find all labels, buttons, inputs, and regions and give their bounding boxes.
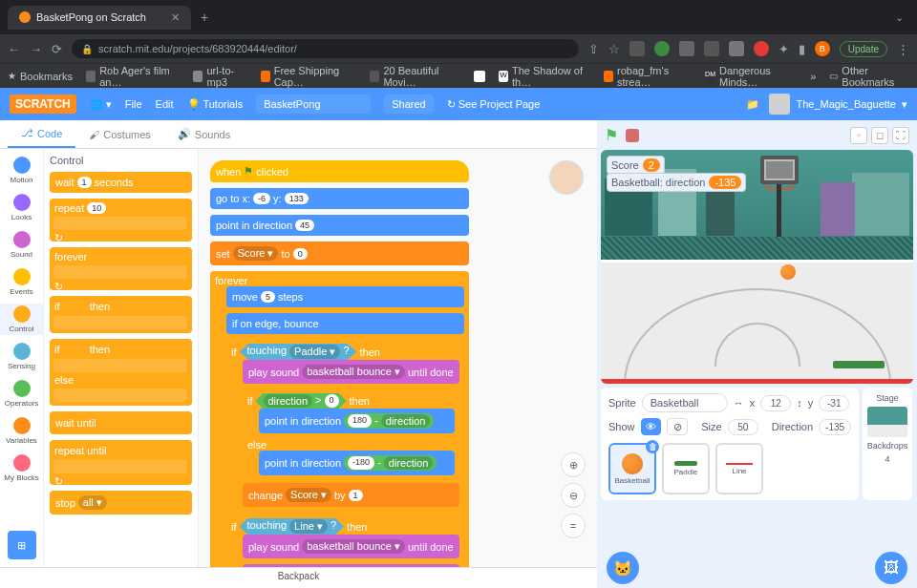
bookmark-item[interactable]: Free Shipping Cap… (261, 65, 357, 88)
file-menu[interactable]: File (125, 98, 142, 110)
bookmark-item[interactable]: WThe Shadow of th… (499, 65, 590, 88)
block-if-else[interactable]: if thenelse (50, 339, 192, 406)
show-sprite-button[interactable]: 👁 (641, 418, 662, 435)
scratch-logo[interactable]: SCRATCH (10, 94, 76, 114)
category-events[interactable]: Events (0, 266, 43, 298)
category-control[interactable]: Control (0, 304, 43, 335)
block-point-n180[interactable]: point in direction-180-direction (259, 451, 455, 475)
block-point-direction[interactable]: point in direction45 (210, 215, 469, 236)
share-icon[interactable]: ⇧ (588, 42, 599, 56)
delete-sprite-icon[interactable]: 🗑 (646, 440, 659, 453)
globe-icon[interactable]: 🌐 ▾ (90, 98, 112, 111)
block-forever[interactable]: forever move5steps if on edge, bounce if… (210, 271, 469, 567)
sprite-card-paddle[interactable]: Paddle (662, 443, 710, 494)
block-wait[interactable]: wait1seconds (50, 172, 192, 193)
user-menu[interactable]: The_Magic_Baguette ▾ (769, 94, 907, 115)
block-if-touching-line[interactable]: iftouchingLine ▾?then play soundbasketba… (226, 514, 464, 567)
block-play-sound[interactable]: play soundbasketball bounce ▾until done (243, 360, 459, 384)
block-wait-until[interactable]: wait until (50, 411, 192, 434)
bookmark-item[interactable]: DMDangerous Minds… (705, 65, 797, 88)
category-myblocks[interactable]: My Blocks (0, 452, 43, 484)
stage[interactable]: Score2 Basketball: direction-135 (601, 150, 913, 384)
block-if-touching-paddle[interactable]: iftouchingPaddle ▾?then play soundbasket… (226, 340, 464, 514)
tutorials-button[interactable]: 💡 Tutorials (187, 98, 244, 111)
category-motion[interactable]: Motion (0, 155, 43, 186)
tab-costumes[interactable]: 🖌Costumes (75, 120, 164, 148)
category-sound[interactable]: Sound (0, 229, 43, 261)
sprite-size-input[interactable]: 50 (728, 419, 758, 435)
see-project-button[interactable]: ↻ See Project Page (447, 98, 541, 111)
close-icon[interactable]: ✕ (171, 11, 180, 24)
bookmark-icon[interactable]: ▮ (799, 42, 805, 56)
small-stage-button[interactable]: ▫ (850, 127, 867, 144)
block-play-sound2[interactable]: play soundbasketball bounce ▾until done (243, 535, 459, 558)
stage-thumbnail[interactable] (867, 407, 907, 437)
url-input[interactable]: 🔒 scratch.mit.edu/projects/683920444/edi… (72, 39, 579, 58)
edit-menu[interactable]: Edit (156, 98, 174, 110)
block-move[interactable]: move5steps (226, 286, 464, 307)
stop-button[interactable] (626, 129, 639, 142)
extension-icon[interactable] (629, 41, 645, 56)
block-repeat-until[interactable]: repeat until ↻ (50, 440, 192, 485)
folder-icon[interactable]: 📁 (746, 98, 759, 111)
script-stack[interactable]: when ⚑ clicked go to x:-6y:133 point in … (210, 160, 469, 567)
block-change-pitch[interactable]: changepitch ▾effect by10 (243, 564, 459, 567)
reload-icon[interactable]: ⟳ (52, 42, 62, 56)
block-repeat[interactable]: repeat10↻ (50, 199, 192, 242)
extension-icon[interactable] (729, 41, 744, 56)
stage-var-score[interactable]: Score2 (607, 156, 665, 175)
sprite-direction-input[interactable]: -135 (819, 419, 851, 435)
bookmark-item[interactable]: Rob Ager's film an… (86, 65, 180, 88)
extension-icon[interactable] (704, 41, 719, 56)
extension-icon[interactable] (679, 41, 694, 56)
sprite-y-input[interactable]: -31 (819, 395, 849, 411)
star-icon[interactable]: ☆ (608, 42, 620, 56)
tab-code[interactable]: ⎇Code (8, 120, 75, 148)
tab-sounds[interactable]: 🔊Sounds (164, 120, 244, 148)
fullscreen-button[interactable]: ⛶ (892, 127, 909, 144)
stage-var-direction[interactable]: Basketball: direction-135 (607, 173, 746, 192)
add-backdrop-button[interactable]: 🖼 (875, 552, 907, 584)
bookmark-item[interactable]: robag_fm's strea… (604, 65, 692, 88)
block-edge-bounce[interactable]: if on edge, bounce (226, 313, 464, 334)
add-sprite-button[interactable]: 🐱 (607, 552, 639, 584)
extension-icon[interactable] (654, 41, 670, 56)
sprite-card-line[interactable]: Line (715, 443, 763, 494)
back-icon[interactable]: ← (8, 42, 20, 56)
puzzle-icon[interactable]: ✦ (778, 42, 789, 56)
sprite-name-input[interactable]: Basketball (642, 393, 728, 412)
block-if-direction[interactable]: ifdirection>0then point in direction180-… (243, 389, 459, 483)
extension-icon[interactable] (754, 41, 769, 56)
chevron-down-icon[interactable]: ⌄ (895, 11, 904, 24)
workspace[interactable]: when ⚑ clicked go to x:-6y:133 point in … (199, 149, 597, 567)
forward-icon[interactable]: → (30, 42, 42, 56)
bookmark-item[interactable]: url-to-mp3 (193, 65, 246, 88)
block-when-flag[interactable]: when ⚑ clicked (210, 160, 469, 182)
add-extension-button[interactable]: ⊞ (8, 531, 36, 559)
backpack[interactable]: Backpack (0, 567, 597, 588)
shared-button[interactable]: Shared (384, 94, 433, 114)
category-operators[interactable]: Operators (0, 378, 43, 410)
sprite-x-input[interactable]: 12 (760, 395, 791, 411)
zoom-reset-button[interactable]: = (561, 514, 586, 538)
bookmark-item[interactable]: 20 Beautiful Movi… (370, 65, 460, 88)
bookmark-item[interactable]: ★ Bookmarks (8, 71, 73, 82)
large-stage-button[interactable]: ◻ (871, 127, 888, 144)
category-sensing[interactable]: Sensing (0, 341, 43, 372)
browser-tab[interactable]: BasketPong on Scratch ✕ (8, 6, 191, 30)
block-change-score[interactable]: changeScore ▾by1 (243, 483, 459, 507)
category-variables[interactable]: Variables (0, 415, 43, 447)
block-forever[interactable]: forever↻ (50, 247, 192, 290)
menu-icon[interactable]: ⋮ (897, 42, 909, 56)
block-if[interactable]: if then (50, 296, 192, 333)
project-name-input[interactable]: BasketPong (256, 94, 371, 114)
other-bookmarks[interactable]: ▭ Other Bookmarks (829, 65, 909, 88)
category-looks[interactable]: Looks (0, 192, 43, 223)
block-goto[interactable]: go to x:-6y:133 (210, 188, 469, 209)
update-button[interactable]: Update (840, 41, 887, 57)
profile-icon[interactable]: B (815, 41, 830, 56)
green-flag-button[interactable]: ⚑ (605, 126, 618, 144)
hide-sprite-button[interactable]: ⊘ (667, 418, 688, 435)
new-tab-button[interactable]: + (201, 10, 208, 25)
sprite-card-basketball[interactable]: 🗑Basketball (608, 443, 656, 494)
